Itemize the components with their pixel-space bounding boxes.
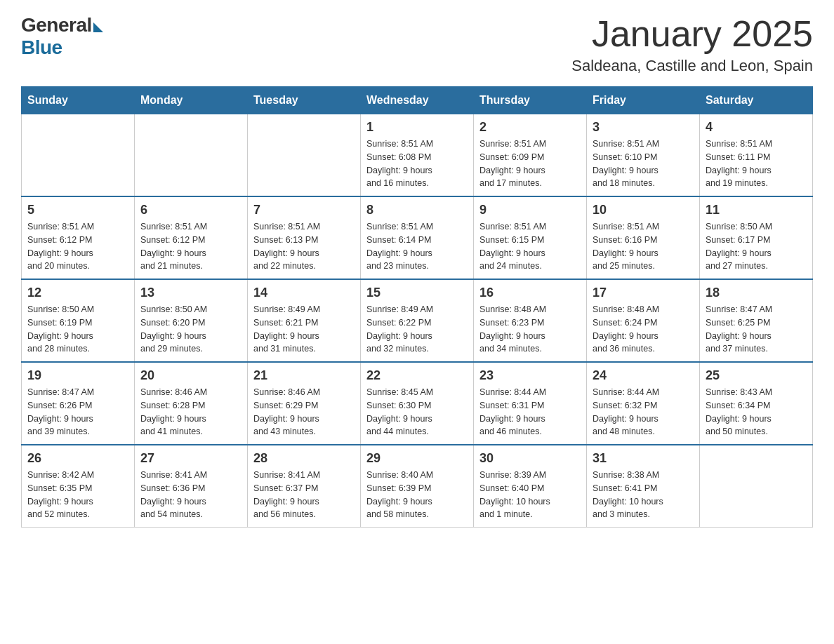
calendar-day-cell: 17Sunrise: 8:48 AM Sunset: 6:24 PM Dayli…: [587, 279, 700, 362]
day-info: Sunrise: 8:40 AM Sunset: 6:39 PM Dayligh…: [366, 469, 468, 521]
day-info: Sunrise: 8:42 AM Sunset: 6:35 PM Dayligh…: [27, 469, 128, 521]
calendar-header-wednesday: Wednesday: [361, 87, 474, 114]
day-info: Sunrise: 8:51 AM Sunset: 6:11 PM Dayligh…: [706, 137, 807, 190]
day-info: Sunrise: 8:44 AM Sunset: 6:31 PM Dayligh…: [479, 386, 581, 438]
day-number: 1: [366, 120, 468, 135]
day-info: Sunrise: 8:51 AM Sunset: 6:08 PM Dayligh…: [366, 137, 468, 190]
calendar-day-cell: 11Sunrise: 8:50 AM Sunset: 6:17 PM Dayli…: [700, 196, 813, 279]
calendar-day-cell: 28Sunrise: 8:41 AM Sunset: 6:37 PM Dayli…: [248, 445, 361, 528]
day-number: 21: [253, 368, 355, 383]
calendar-day-cell: 27Sunrise: 8:41 AM Sunset: 6:36 PM Dayli…: [135, 445, 248, 528]
logo-arrow-icon: [93, 22, 103, 32]
calendar-day-cell: 10Sunrise: 8:51 AM Sunset: 6:16 PM Dayli…: [587, 196, 700, 279]
calendar-header-thursday: Thursday: [474, 87, 587, 114]
calendar-day-cell: 13Sunrise: 8:50 AM Sunset: 6:20 PM Dayli…: [135, 279, 248, 362]
day-info: Sunrise: 8:51 AM Sunset: 6:12 PM Dayligh…: [27, 220, 128, 273]
calendar-week-row: 12Sunrise: 8:50 AM Sunset: 6:19 PM Dayli…: [22, 279, 813, 362]
day-info: Sunrise: 8:43 AM Sunset: 6:34 PM Dayligh…: [706, 386, 807, 438]
day-number: 29: [366, 451, 468, 466]
day-info: Sunrise: 8:38 AM Sunset: 6:41 PM Dayligh…: [593, 469, 694, 521]
day-info: Sunrise: 8:51 AM Sunset: 6:13 PM Dayligh…: [253, 220, 355, 273]
logo: General Blue: [21, 14, 103, 59]
calendar-day-cell: 2Sunrise: 8:51 AM Sunset: 6:09 PM Daylig…: [474, 114, 587, 197]
day-info: Sunrise: 8:46 AM Sunset: 6:29 PM Dayligh…: [253, 386, 355, 438]
day-info: Sunrise: 8:47 AM Sunset: 6:25 PM Dayligh…: [706, 303, 807, 356]
day-info: Sunrise: 8:39 AM Sunset: 6:40 PM Dayligh…: [479, 469, 581, 521]
day-info: Sunrise: 8:51 AM Sunset: 6:16 PM Dayligh…: [593, 220, 694, 273]
calendar-header-friday: Friday: [587, 87, 700, 114]
calendar-day-cell: 21Sunrise: 8:46 AM Sunset: 6:29 PM Dayli…: [248, 362, 361, 445]
calendar-day-cell: 4Sunrise: 8:51 AM Sunset: 6:11 PM Daylig…: [700, 114, 813, 197]
calendar-header-saturday: Saturday: [700, 87, 813, 114]
month-title: January 2025: [571, 14, 813, 54]
day-number: 6: [140, 203, 241, 217]
calendar-header-sunday: Sunday: [22, 87, 135, 114]
day-number: 20: [140, 368, 241, 383]
day-info: Sunrise: 8:44 AM Sunset: 6:32 PM Dayligh…: [593, 386, 694, 438]
calendar-day-cell: 25Sunrise: 8:43 AM Sunset: 6:34 PM Dayli…: [700, 362, 813, 445]
calendar-day-cell: 22Sunrise: 8:45 AM Sunset: 6:30 PM Dayli…: [361, 362, 474, 445]
day-info: Sunrise: 8:46 AM Sunset: 6:28 PM Dayligh…: [140, 386, 241, 438]
day-number: 24: [593, 368, 694, 383]
calendar-day-cell: [135, 114, 248, 197]
day-info: Sunrise: 8:45 AM Sunset: 6:30 PM Dayligh…: [366, 386, 468, 438]
calendar-day-cell: 24Sunrise: 8:44 AM Sunset: 6:32 PM Dayli…: [587, 362, 700, 445]
calendar-week-row: 26Sunrise: 8:42 AM Sunset: 6:35 PM Dayli…: [22, 445, 813, 528]
calendar-week-row: 1Sunrise: 8:51 AM Sunset: 6:08 PM Daylig…: [22, 114, 813, 197]
calendar-day-cell: 1Sunrise: 8:51 AM Sunset: 6:08 PM Daylig…: [361, 114, 474, 197]
calendar-header-tuesday: Tuesday: [248, 87, 361, 114]
calendar-day-cell: 9Sunrise: 8:51 AM Sunset: 6:15 PM Daylig…: [474, 196, 587, 279]
day-info: Sunrise: 8:50 AM Sunset: 6:20 PM Dayligh…: [140, 303, 241, 356]
calendar-day-cell: 14Sunrise: 8:49 AM Sunset: 6:21 PM Dayli…: [248, 279, 361, 362]
day-number: 12: [27, 286, 128, 300]
calendar-week-row: 19Sunrise: 8:47 AM Sunset: 6:26 PM Dayli…: [22, 362, 813, 445]
day-number: 15: [366, 286, 468, 300]
calendar-header-monday: Monday: [135, 87, 248, 114]
day-number: 18: [706, 286, 807, 300]
day-number: 13: [140, 286, 241, 300]
day-number: 26: [27, 451, 128, 466]
calendar-day-cell: 29Sunrise: 8:40 AM Sunset: 6:39 PM Dayli…: [361, 445, 474, 528]
calendar-day-cell: 12Sunrise: 8:50 AM Sunset: 6:19 PM Dayli…: [22, 279, 135, 362]
calendar-day-cell: 8Sunrise: 8:51 AM Sunset: 6:14 PM Daylig…: [361, 196, 474, 279]
day-info: Sunrise: 8:50 AM Sunset: 6:19 PM Dayligh…: [27, 303, 128, 356]
day-info: Sunrise: 8:41 AM Sunset: 6:37 PM Dayligh…: [253, 469, 355, 521]
day-number: 31: [593, 451, 694, 466]
day-number: 17: [593, 286, 694, 300]
day-number: 30: [479, 451, 581, 466]
location-title: Saldeana, Castille and Leon, Spain: [571, 57, 813, 75]
calendar-day-cell: 3Sunrise: 8:51 AM Sunset: 6:10 PM Daylig…: [587, 114, 700, 197]
calendar-day-cell: 15Sunrise: 8:49 AM Sunset: 6:22 PM Dayli…: [361, 279, 474, 362]
logo-blue-text: Blue: [21, 36, 62, 59]
day-number: 14: [253, 286, 355, 300]
day-number: 22: [366, 368, 468, 383]
calendar-day-cell: 5Sunrise: 8:51 AM Sunset: 6:12 PM Daylig…: [22, 196, 135, 279]
day-info: Sunrise: 8:41 AM Sunset: 6:36 PM Dayligh…: [140, 469, 241, 521]
day-number: 9: [479, 203, 581, 217]
day-number: 11: [706, 203, 807, 217]
day-number: 28: [253, 451, 355, 466]
calendar-day-cell: [22, 114, 135, 197]
day-number: 10: [593, 203, 694, 217]
calendar-day-cell: 23Sunrise: 8:44 AM Sunset: 6:31 PM Dayli…: [474, 362, 587, 445]
calendar-day-cell: [248, 114, 361, 197]
day-number: 23: [479, 368, 581, 383]
calendar-table: SundayMondayTuesdayWednesdayThursdayFrid…: [21, 86, 813, 528]
day-number: 2: [479, 120, 581, 135]
day-number: 25: [706, 368, 807, 383]
day-info: Sunrise: 8:48 AM Sunset: 6:23 PM Dayligh…: [479, 303, 581, 356]
day-info: Sunrise: 8:51 AM Sunset: 6:09 PM Dayligh…: [479, 137, 581, 190]
day-number: 8: [366, 203, 468, 217]
day-info: Sunrise: 8:51 AM Sunset: 6:14 PM Dayligh…: [366, 220, 468, 273]
day-info: Sunrise: 8:51 AM Sunset: 6:15 PM Dayligh…: [479, 220, 581, 273]
calendar-day-cell: 18Sunrise: 8:47 AM Sunset: 6:25 PM Dayli…: [700, 279, 813, 362]
day-number: 16: [479, 286, 581, 300]
day-number: 19: [27, 368, 128, 383]
day-number: 27: [140, 451, 241, 466]
title-section: January 2025 Saldeana, Castille and Leon…: [571, 14, 813, 75]
calendar-day-cell: 26Sunrise: 8:42 AM Sunset: 6:35 PM Dayli…: [22, 445, 135, 528]
day-number: 5: [27, 203, 128, 217]
calendar-day-cell: [700, 445, 813, 528]
day-info: Sunrise: 8:51 AM Sunset: 6:12 PM Dayligh…: [140, 220, 241, 273]
calendar-day-cell: 16Sunrise: 8:48 AM Sunset: 6:23 PM Dayli…: [474, 279, 587, 362]
